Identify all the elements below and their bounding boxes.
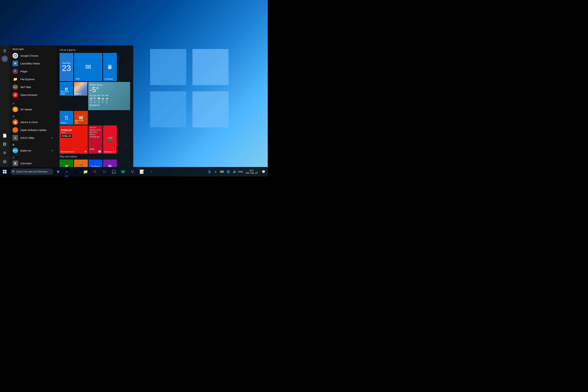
user-avatar[interactable]: 👤 [2,56,8,62]
app-item-fileexplorer[interactable]: 📁 File Explorer [10,75,56,83]
taskbar-app-edge[interactable]: e [62,167,71,176]
weather-forecast: Sat ☁ 0° -5° Sun ☀ 2° -3° [90,94,128,104]
svg-rect-8 [3,172,4,174]
app-item-3dviewer[interactable]: 3D 3D Viewer [10,106,56,113]
svg-rect-1 [192,49,228,85]
movies-icon: 🎬 [107,137,113,142]
clock-time: 8:57 [250,169,254,172]
app-item-apple-update[interactable]: Apple Software Update [10,126,56,134]
expand-arrow-icon: ▼ [51,150,53,152]
tile-news[interactable]: Much of eastern US to get snow, sleet or… [88,126,102,154]
tray-volume-icon[interactable]: 🔊 [232,167,237,176]
section-hash: # [10,100,56,106]
tiles-row-1: Saturday 23 ✉ Mail 🖩 Calculator [60,53,130,81]
tile-edge-label: Microsoft Edge [61,90,73,95]
task-view-button[interactable]: ⧉ [54,167,62,176]
tile-weather[interactable]: Mostly Sunny -5° Sat ☁ 0° -5° Sun [88,82,130,110]
tile-calc-label: Calculator [104,78,113,80]
weather-temp: -5° [90,86,128,94]
tile-mail[interactable]: ✉ Mail [74,53,102,81]
tile-surface[interactable]: Surface [88,160,102,167]
tray-language-icon[interactable]: ENG [238,167,244,176]
groove-icon: 🎵 [78,164,84,167]
settings-icon[interactable]: ⚙ [1,149,8,157]
app-label: File Explorer [20,78,35,81]
tile-skype-label: Skype [61,122,66,124]
app-label: Alarms & Clock [20,121,38,124]
tile-edge[interactable]: e Microsoft Edge [60,82,73,96]
svg-rect-6 [3,170,4,172]
tile-groove[interactable]: 🎵 Groove Music [74,160,88,167]
onenote-icon: N [108,164,112,167]
taskbar-app-filemanager[interactable]: F [146,167,156,176]
taskbar-app-headphones[interactable]: 🎧 [109,167,118,176]
forecast-day-wed: Wed [105,94,108,96]
app-item-alarms[interactable]: ⏰ Alarms & Clock [10,118,56,126]
section-a: A [10,113,56,118]
app-label: ASUS Utility [20,136,34,139]
taskbar-app-stickynotes[interactable]: 📝 [137,167,146,176]
weather-city: Bucharest [90,104,128,106]
taskbar-app-onenote[interactable]: N [100,167,109,176]
app-item-libreoffice[interactable]: W LibreOffice Writer [10,60,56,68]
app-label: Google Chrome [20,54,38,57]
svg-rect-0 [150,49,186,85]
document-icon[interactable]: 📄 [1,132,8,140]
tile-roblox[interactable]: ROBLOX Free ROBLOX Microsoft Store 🛍 [60,126,88,154]
tile-skype[interactable]: S Skype [60,111,73,125]
tile-xbox[interactable]: ✕ Xbox [60,160,73,167]
photos-sidebar-icon[interactable]: 🖼 [1,140,8,148]
app-label: Apple Software Update [20,128,47,132]
tray-network-icon[interactable]: 🌐 [226,167,231,176]
svg-rect-3 [192,91,228,128]
tile-movies[interactable]: 🎬 Movies & TV [103,126,117,154]
tiles-area: Life at a glance Saturday 23 ✉ Mail 🖩 Ca… [56,46,133,167]
app-item-battlenet[interactable]: Bnet Battle.net ▼ [10,146,56,154]
taskbar-app-whatsapp[interactable]: W [118,167,128,176]
app-label: 3D Viewer [20,108,32,111]
taskbar-app-mail[interactable]: ✉ [71,167,81,176]
msstore-icon: 🛍 [84,150,87,153]
taskbar-right: 👤 ∧ ⌨ 🌐 🔊 ENG 8:57 Sat, Feb, 23 💬 [206,167,268,176]
taskbar-app-pocket[interactable]: V [128,167,137,176]
tile-onenote[interactable]: N OneNote [103,160,117,167]
play-explore-header: Play and explore [60,155,130,158]
svg-rect-7 [5,170,6,172]
clock-area[interactable]: 8:57 Sat, Feb, 23 [244,167,259,176]
tile-photos[interactable]: Photos [74,82,88,96]
app-label: Battle.net [20,149,31,152]
app-item-chrome[interactable]: Google Chrome [10,52,56,60]
app-item-calculator[interactable]: 🖩 Calculator [10,159,56,167]
start-sidebar: ☰ 👤 📄 🖼 ⚙ ⏻ [0,46,10,167]
tile-mail-label: Mail [76,78,80,80]
app-item-asus[interactable]: A ASUS Utility ▼ [10,134,56,142]
forecast-day-sun: Sun [93,94,96,96]
tile-msword[interactable]: W Microsoft Wo... [74,111,88,125]
news-icon: 📰 [98,150,101,153]
app-item-opera[interactable]: O Opera Browser [10,91,56,99]
tile-calendar[interactable]: Saturday 23 [60,53,73,81]
tray-chevron-icon[interactable]: ∧ [213,167,218,176]
taskbar-app-opera[interactable]: O [90,167,100,176]
app-item-wot[interactable]: WoT WoT Blitz [10,83,56,91]
hamburger-menu-icon[interactable]: ☰ [1,47,8,55]
taskbar-app-explorer[interactable]: 📁 [81,167,90,176]
tray-person-icon[interactable]: 👤 [206,167,212,176]
life-at-glance-header: Life at a glance [60,48,130,51]
tile-word-label: Microsoft Wo... [75,120,88,124]
app-label: Pidgin [20,70,28,73]
surface-text: Surface [91,165,100,167]
desktop: ☰ 👤 📄 🖼 ⚙ ⏻ Most used Google Chrome W [0,0,268,176]
roblox-title: ROBLOX [61,128,86,132]
svg-rect-2 [150,91,186,128]
power-icon[interactable]: ⏻ [1,158,8,166]
tile-calculator[interactable]: 🖩 Calculator [103,53,117,81]
news-text: Much of eastern US to get snow, sleet or… [90,126,101,138]
start-menu: ☰ 👤 📄 🖼 ⚙ ⏻ Most used Google Chrome W [0,46,133,167]
notification-button[interactable]: 💬 [260,167,267,176]
start-button[interactable] [0,167,10,176]
svg-rect-9 [5,172,6,174]
tray-keyboard-icon[interactable]: ⌨ [219,167,224,176]
search-bar[interactable]: 🔍 Search the web and Windows [10,168,53,175]
app-item-pidgin[interactable]: P Pidgin [10,68,56,75]
